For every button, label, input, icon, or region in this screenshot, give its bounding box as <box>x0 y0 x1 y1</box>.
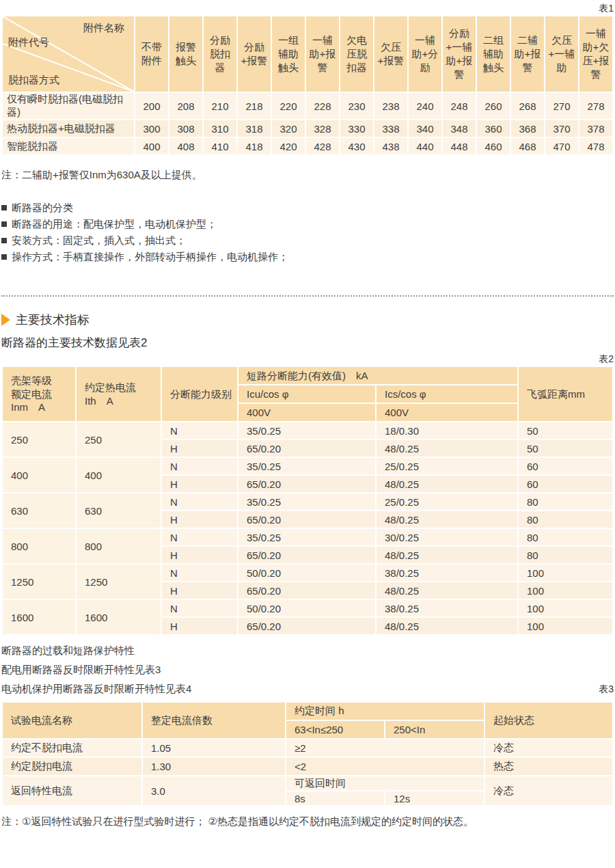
value-cell: 200 <box>135 93 168 119</box>
icu-cell: 65/0.20 <box>238 476 375 492</box>
value-cell: 330 <box>340 120 373 137</box>
inm-cell: 800 <box>3 529 75 563</box>
value-cell: 418 <box>238 138 271 154</box>
level-cell: H <box>162 476 237 492</box>
table-row: 返回特性电流 3.0 可返回时间 冷态 <box>3 776 612 790</box>
table-row: 1250 1250 N 50/0.20 38/0.25 100 <box>3 565 612 581</box>
table-row: 630 630 N 35/0.25 25/0.25 80 <box>3 493 612 510</box>
arc-cell: 80 <box>519 493 612 510</box>
level-cell: N <box>162 458 237 474</box>
table3-note: 注：①返回特性试验只在进行型式验时进行； ②热态是指通以约定不脱扣电流到规定的约… <box>1 815 614 828</box>
triangle-marker-icon <box>1 314 10 326</box>
ics-cell: 25/0.25 <box>377 493 517 510</box>
column-header: 分励+一辅助+报警 <box>443 16 476 92</box>
level-cell: N <box>162 422 237 439</box>
value-cell: 210 <box>204 93 236 119</box>
value-cell: 240 <box>409 93 441 119</box>
arc-cell: 60 <box>519 476 612 492</box>
ics-cell: 18/0.30 <box>377 422 517 439</box>
state-cell: 冷态 <box>485 740 612 757</box>
ics-cell: 38/0.25 <box>377 565 517 581</box>
icu-cell: 65/0.20 <box>238 618 375 634</box>
header-ics: Ics/cos φ <box>377 385 517 403</box>
section-heading: 主要技术指标 <box>1 312 614 328</box>
square-bullet-icon <box>1 254 7 260</box>
value-cell: 430 <box>340 138 373 154</box>
arc-cell: 100 <box>519 618 612 634</box>
value-cell: 218 <box>238 93 271 119</box>
value-cell: 328 <box>306 120 339 137</box>
inm-cell: 400 <box>3 458 75 492</box>
technical-data-table: 壳架等级 额定电流 Inm A 约定热电流 Ith A 分断能力级别 短路分断能… <box>1 366 614 636</box>
corner-label-bottom: 脱扣器方式 <box>8 73 59 87</box>
icu-cell: 35/0.25 <box>238 458 375 474</box>
value-cell: 400 <box>135 138 168 154</box>
value-cell: 460 <box>477 138 510 154</box>
inm-cell: 1600 <box>3 600 75 634</box>
arc-cell: 50 <box>519 440 612 457</box>
mult-cell: 3.0 <box>143 776 285 805</box>
header-icu: Icu/cos φ <box>238 385 375 403</box>
value-cell: 368 <box>511 120 544 137</box>
table1-header-row: 附件名称 附件代号 脱扣器方式 不带附件 报警触头 分励脱扣器 分励+报警 一组… <box>3 16 612 92</box>
value-cell: 320 <box>272 120 305 137</box>
arc-cell: 80 <box>519 547 612 563</box>
table-row: 约定脱扣电流 1.30 <2 热态 <box>3 758 612 775</box>
level-cell: N <box>162 493 237 510</box>
header-initial-state: 起始状态 <box>485 703 612 738</box>
dotted-divider <box>1 295 614 297</box>
list-item: 安装方式：固定式，插入式，抽出式； <box>1 232 614 249</box>
table-row: 约定不脱扣电流 1.05 ≥2 冷态 <box>3 740 612 757</box>
list-item: 断路器的分类 <box>1 200 614 216</box>
value-cell: 348 <box>443 120 476 137</box>
column-header: 分励+报警 <box>238 16 271 92</box>
section-subtitle: 断路器的主要技术数据见表2 <box>1 335 614 351</box>
value-cell: 278 <box>579 93 612 119</box>
value-cell: 378 <box>579 120 612 137</box>
state-cell: 热态 <box>485 758 612 775</box>
list-item-text: 断路器的用途：配电保护型，电动机保护型； <box>12 218 217 230</box>
icu-cell: 65/0.20 <box>238 511 375 528</box>
header-range2: 250<In <box>385 721 484 738</box>
header-test-current-name: 试验电流名称 <box>3 703 141 738</box>
value-cell: 318 <box>238 120 271 137</box>
header-voltage: 400V <box>238 404 375 421</box>
value-cell: 408 <box>169 138 202 154</box>
icu-cell: 35/0.25 <box>238 529 375 545</box>
column-header: 欠压+一辅助 <box>545 16 578 92</box>
list-item-text: 操作方式：手柄直接操作，外部转动手柄操作，电动机操作； <box>12 251 288 262</box>
table1-tag: 表1 <box>1 0 614 15</box>
table-row: 1600 1600 N 50/0.20 38/0.25 100 <box>3 600 612 616</box>
arc-cell: 100 <box>519 600 612 616</box>
value-cell: 468 <box>511 138 544 154</box>
square-bullet-icon <box>1 205 7 211</box>
value-cell: 420 <box>272 138 305 154</box>
value-cell: 260 <box>477 93 510 119</box>
value-cell: 448 <box>443 138 476 154</box>
section-title: 主要技术指标 <box>16 312 90 328</box>
list-item-text: 断路器的分类 <box>12 202 73 213</box>
time-cell: 12s <box>385 791 484 805</box>
ics-cell: 38/0.25 <box>377 600 517 616</box>
level-cell: H <box>162 440 237 457</box>
value-cell: 230 <box>340 93 373 119</box>
table-row: 800 800 N 35/0.25 30/0.25 80 <box>3 529 612 545</box>
inm-cell: 250 <box>3 422 75 457</box>
value-cell: 428 <box>306 138 339 154</box>
corner-label-left: 附件代号 <box>8 36 49 49</box>
bullet-list: 断路器的分类 断路器的用途：配电保护型，电动机保护型； 安装方式：固定式，插入式… <box>1 200 614 265</box>
value-cell: 220 <box>272 93 305 119</box>
value-cell: 410 <box>204 138 236 154</box>
list-item: 操作方式：手柄直接操作，外部转动手柄操作，电动机操作； <box>1 249 614 265</box>
level-cell: N <box>162 565 237 581</box>
table3-wrap: 试验电流名称 整定电流倍数 约定时间 h 起始状态 63<In≤250 250<… <box>1 701 614 806</box>
value-cell: 370 <box>545 120 578 137</box>
header-voltage: 400V <box>377 404 517 421</box>
value-cell: 228 <box>306 93 339 119</box>
name-cell: 约定脱扣电流 <box>3 758 141 775</box>
ics-cell: 48/0.25 <box>377 440 517 457</box>
ith-cell: 1250 <box>77 565 161 599</box>
icu-cell: 50/0.20 <box>238 600 375 616</box>
row-label: 智能脱扣器 <box>3 138 134 154</box>
ith-cell: 630 <box>77 493 161 528</box>
